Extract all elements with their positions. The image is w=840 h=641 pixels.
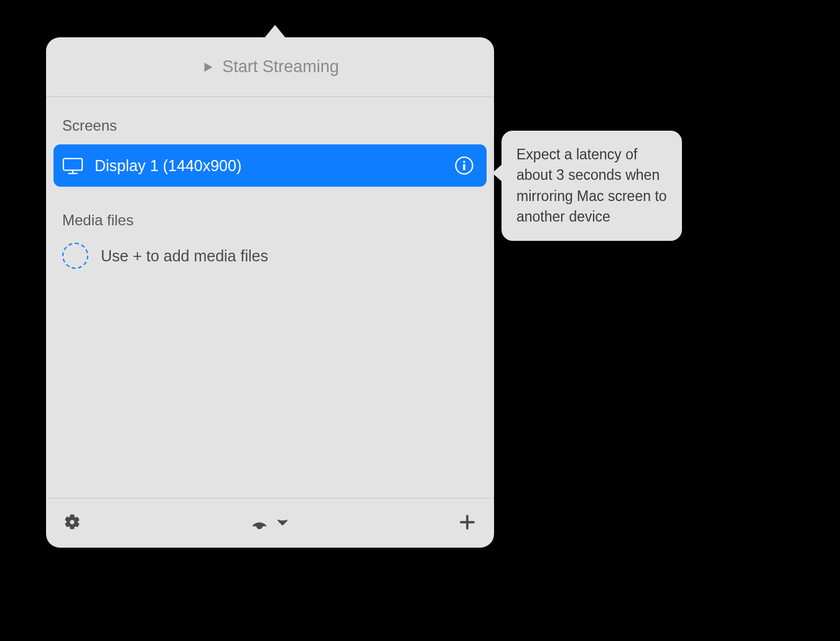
media-placeholder-row: Use + to add media files (46, 239, 494, 273)
add-button[interactable] (458, 513, 477, 534)
tooltip-text: Expect a latency of about 3 seconds when… (516, 144, 667, 227)
latency-tooltip: Expect a latency of about 3 seconds when… (502, 131, 682, 241)
settings-button[interactable] (63, 513, 81, 533)
svg-rect-5 (463, 164, 465, 171)
chevron-down-icon[interactable] (276, 515, 289, 531)
screen-item-display-1[interactable]: Display 1 (1440x900) (54, 144, 487, 187)
tooltip-arrow (492, 164, 502, 182)
play-icon (201, 60, 215, 74)
content-area: Screens Display 1 (1440x900) (46, 97, 494, 498)
cast-target-button[interactable]: ? (250, 512, 269, 535)
streaming-popover: Start Streaming Screens Display 1 (1440x… (46, 37, 494, 548)
media-files-section-label: Media files (46, 212, 494, 239)
footer-toolbar: ? (46, 498, 494, 548)
add-media-placeholder-icon (62, 243, 88, 269)
start-streaming-label: Start Streaming (222, 57, 339, 77)
svg-rect-0 (63, 159, 82, 171)
svg-point-4 (463, 161, 465, 163)
media-placeholder-text: Use + to add media files (101, 247, 268, 265)
svg-text:?: ? (258, 524, 261, 528)
start-streaming-button[interactable]: Start Streaming (46, 37, 494, 97)
media-files-section: Media files Use + to add media files (46, 212, 494, 273)
popover-arrow (264, 25, 286, 39)
info-icon[interactable] (454, 156, 474, 175)
screen-item-label: Display 1 (1440x900) (95, 157, 454, 175)
screens-section-label: Screens (46, 117, 494, 144)
monitor-icon (62, 156, 83, 175)
